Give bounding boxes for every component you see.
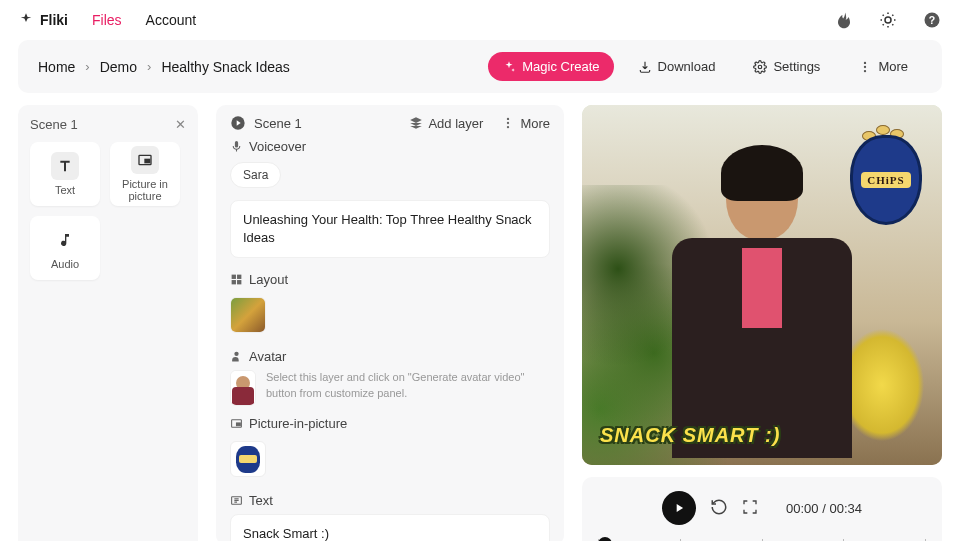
pip-icon: [230, 417, 243, 430]
text-icon: [230, 494, 243, 507]
svg-point-5: [864, 65, 866, 67]
layers-icon: [409, 116, 423, 130]
sparkle-icon: [502, 60, 516, 74]
svg-point-3: [759, 65, 763, 69]
text-section-label: Text: [249, 493, 273, 508]
seek-track[interactable]: [598, 535, 926, 541]
download-icon: [638, 60, 652, 74]
playback-controls: 00:00 / 00:34: [582, 477, 942, 541]
svg-rect-15: [232, 280, 236, 284]
more-button[interactable]: More: [844, 52, 922, 81]
layers-panel: Scene 1 ✕ Text Picture in picture Audio: [18, 105, 198, 541]
magic-create-button[interactable]: Magic Create: [488, 52, 613, 81]
pip-icon: [131, 146, 159, 174]
avatar-thumbnail[interactable]: [230, 370, 256, 406]
help-icon[interactable]: ?: [922, 10, 942, 30]
brand[interactable]: Fliki: [18, 12, 68, 28]
download-button[interactable]: Download: [624, 52, 730, 81]
seek-thumb[interactable]: [598, 537, 612, 541]
layout-label: Layout: [249, 272, 288, 287]
tile-audio[interactable]: Audio: [30, 216, 100, 280]
nav-account[interactable]: Account: [146, 12, 197, 28]
voice-chip[interactable]: Sara: [230, 162, 281, 188]
avatar-figure: [662, 150, 862, 465]
close-icon[interactable]: ✕: [175, 117, 186, 132]
voiceover-label: Voiceover: [249, 139, 306, 154]
play-icon: [672, 501, 686, 515]
gear-icon: [753, 60, 767, 74]
brand-name: Fliki: [40, 12, 68, 28]
svg-rect-19: [237, 423, 241, 426]
layout-thumbnail[interactable]: [230, 297, 266, 333]
layout-icon: [230, 273, 243, 286]
theme-toggle-icon[interactable]: [878, 10, 898, 30]
scene-title: Scene 1: [30, 117, 78, 132]
audio-icon: [51, 226, 79, 254]
crumb-demo[interactable]: Demo: [100, 59, 137, 75]
nav-files[interactable]: Files: [92, 12, 122, 28]
text-icon: [51, 152, 79, 180]
svg-point-10: [507, 118, 509, 120]
play-button[interactable]: [662, 491, 696, 525]
preview-column: CHiPS SNACK SMART :) 00:00 / 00:34: [582, 105, 942, 541]
svg-rect-16: [237, 280, 241, 284]
tile-pip[interactable]: Picture in picture: [110, 142, 180, 206]
svg-point-17: [234, 352, 238, 356]
svg-point-4: [864, 61, 866, 63]
chevron-icon: ›: [147, 59, 151, 74]
script-textbox[interactable]: Unleashing Your Health: Top Three Health…: [230, 200, 550, 258]
replay-icon: [710, 498, 728, 516]
trending-icon[interactable]: [834, 10, 854, 30]
more-vertical-icon: [501, 116, 515, 130]
tile-text[interactable]: Text: [30, 142, 100, 206]
svg-point-0: [885, 17, 891, 23]
preview-caption: SNACK SMART :): [600, 424, 780, 447]
svg-rect-14: [237, 275, 241, 279]
top-nav: Fliki Files Account ?: [0, 0, 960, 40]
mic-icon: [230, 140, 243, 153]
svg-text:?: ?: [929, 14, 935, 26]
fullscreen-icon: [742, 499, 758, 515]
avatar-label: Avatar: [249, 349, 286, 364]
scene-label: Scene 1: [254, 116, 302, 131]
scene-more-button[interactable]: More: [501, 116, 550, 131]
play-circle-icon[interactable]: [230, 115, 246, 131]
overlay-text-input[interactable]: Snack Smart :): [230, 514, 550, 541]
svg-point-6: [864, 69, 866, 71]
svg-rect-13: [232, 275, 236, 279]
avatar-hint: Select this layer and click on "Generate…: [266, 370, 550, 401]
video-preview[interactable]: CHiPS SNACK SMART :): [582, 105, 942, 465]
more-vertical-icon: [858, 60, 872, 74]
svg-point-12: [507, 126, 509, 128]
replay-button[interactable]: [710, 498, 728, 519]
chevron-icon: ›: [85, 59, 89, 74]
fullscreen-button[interactable]: [742, 499, 758, 518]
add-layer-button[interactable]: Add layer: [409, 116, 483, 131]
settings-button[interactable]: Settings: [739, 52, 834, 81]
crumb-home[interactable]: Home: [38, 59, 75, 75]
time-display: 00:00 / 00:34: [786, 501, 862, 516]
svg-point-11: [507, 122, 509, 124]
person-icon: [230, 350, 243, 363]
sub-header: Home › Demo › Healthy Snack Ideas Magic …: [18, 40, 942, 93]
brand-logo-icon: [18, 12, 34, 28]
pip-label: Picture-in-picture: [249, 416, 347, 431]
pip-thumbnail[interactable]: [230, 441, 266, 477]
crumb-current[interactable]: Healthy Snack Ideas: [161, 59, 289, 75]
chips-badge: CHiPS: [850, 135, 922, 225]
svg-rect-8: [145, 159, 150, 162]
scene-editor-panel: Scene 1 Add layer More Voiceover Sara Un…: [216, 105, 564, 541]
